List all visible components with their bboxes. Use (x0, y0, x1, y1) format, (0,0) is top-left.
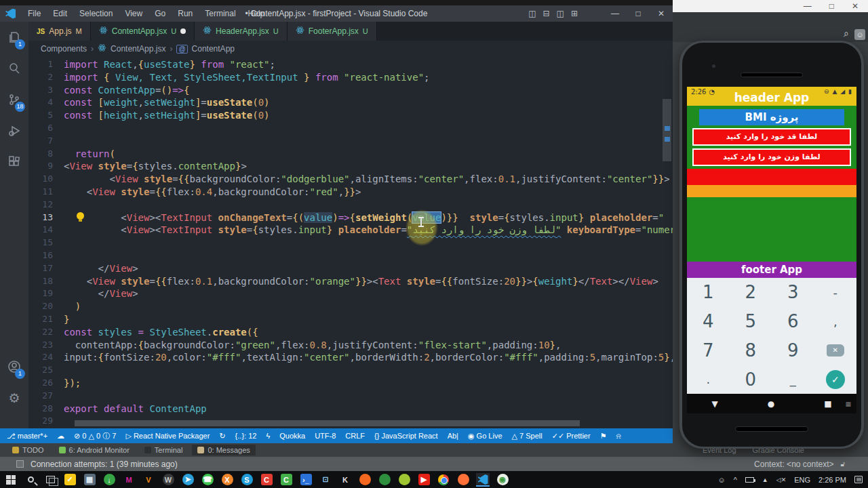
skype-icon[interactable]: S (240, 473, 254, 487)
vd-app-icon[interactable]: V (142, 473, 155, 487)
account-icon[interactable]: 1 (0, 351, 28, 382)
recents-button[interactable]: ■ (824, 399, 831, 409)
weight-input[interactable]: لطفا وزن خود را وارد کنید (692, 148, 851, 166)
key-backspace-icon[interactable]: ✕ (827, 344, 844, 357)
vscode-icon[interactable] (476, 473, 490, 487)
wifi-icon[interactable]: ▲ (762, 476, 768, 483)
chrome-icon[interactable] (437, 473, 450, 487)
statusbar-publish-cloud[interactable]: ☁ (57, 432, 64, 441)
keyboard-switch-icon[interactable]: ▦ (845, 401, 851, 407)
statusbar-git-branch[interactable]: ⎇ master*+ (7, 432, 47, 441)
as-tool-terminal[interactable]: Terminal (139, 445, 189, 455)
lock-icon[interactable]: 🔓︎ (841, 460, 845, 468)
statusbar-eol[interactable]: CRLF (345, 432, 365, 440)
source-control-icon[interactable]: 18 (0, 84, 28, 115)
key-6[interactable]: 6 (787, 311, 799, 331)
statusbar-text-case[interactable]: Ab| (448, 432, 458, 440)
as-tool-todo[interactable]: TODO (7, 445, 50, 455)
extensions-icon[interactable] (0, 146, 28, 178)
my-computer-icon[interactable]: ⊡ (319, 473, 332, 487)
layout-icon-0[interactable]: ◫ (528, 9, 536, 18)
language-indicator[interactable]: ENG (794, 476, 810, 484)
on-screen-keyboard-icon[interactable]: ▦ (83, 473, 96, 487)
powershell-icon[interactable]: ›_ (299, 473, 313, 487)
statusbar-quokka[interactable]: Quokka (279, 432, 305, 440)
xampp-icon[interactable]: X (220, 473, 234, 487)
key-comma[interactable]: , (833, 314, 837, 329)
statusbar-go-live[interactable]: ◉ Go Live (468, 432, 502, 441)
c-green-app-icon[interactable]: C (279, 473, 293, 487)
statusbar-fold-indicator[interactable]: {..}: 12 (235, 432, 257, 440)
m-app-icon[interactable]: M (122, 473, 136, 487)
editor-horizontal-scrollbar[interactable] (75, 420, 580, 426)
statusbar-flag[interactable]: ⚑ (600, 432, 607, 441)
tab-headerapp-jsx[interactable]: HeaderApp.jsxU (195, 22, 288, 41)
opera-icon[interactable] (358, 473, 372, 487)
tray-expand-chevron[interactable]: ^ (734, 476, 737, 484)
statusbar-spell-checker[interactable]: △ 7 Spell (512, 432, 542, 441)
breadcrumb-item-2[interactable]: ContentApp (192, 44, 235, 54)
as-tool-messages[interactable]: 0: Messages (192, 445, 255, 455)
key-minus[interactable]: - (833, 285, 838, 300)
as-tool-android-monitor[interactable]: 6: Android Monitor (54, 445, 135, 455)
android-tool-1-icon[interactable] (378, 473, 391, 487)
key-9[interactable]: 9 (787, 340, 799, 361)
statusbar-problems[interactable]: ⊘ 0 △ 0 ⓘ 7 (74, 431, 116, 441)
idm-icon[interactable]: ↓ (102, 473, 116, 487)
clock[interactable]: 2:26 PM (818, 476, 846, 484)
people-icon[interactable]: ☺ (717, 476, 725, 484)
statusbar-language-mode[interactable]: {} JavaScript React (374, 432, 438, 440)
kmplayer-icon[interactable]: K (338, 473, 352, 487)
sticky-notes-icon[interactable]: ✓ (63, 473, 77, 487)
settings-gear-icon[interactable]: ⚙ (0, 382, 28, 413)
key-space[interactable]: _ (790, 372, 796, 386)
as-minimize-button[interactable]: — (804, 1, 812, 11)
key-8[interactable]: 8 (745, 340, 756, 361)
search-button-icon[interactable] (24, 473, 37, 487)
back-button[interactable]: ▼ (711, 399, 717, 409)
statusbar-bell[interactable]: ⍾ (616, 432, 621, 441)
menu-selection[interactable]: Selection (74, 7, 118, 20)
tab-contentapp-jsx[interactable]: ContentApp.jsxU (91, 22, 195, 41)
key-1[interactable]: 1 (703, 282, 714, 302)
notification-center-icon[interactable] (854, 476, 863, 483)
battery-icon[interactable] (745, 477, 754, 483)
as-maximize-button[interactable]: □ (829, 1, 834, 11)
breadcrumb-item-0[interactable]: Components (41, 44, 87, 54)
key-5[interactable]: 5 (745, 311, 756, 331)
home-button[interactable]: ● (768, 399, 774, 409)
lightbulb-icon[interactable] (76, 212, 85, 222)
maximize-button[interactable]: □ (627, 9, 650, 18)
as-avatar-icon[interactable]: ☺ (854, 29, 865, 40)
key-enter-icon[interactable]: ✓ (826, 370, 845, 389)
statusbar-encoding[interactable]: UTF-8 (315, 432, 336, 440)
menu-file[interactable]: File (22, 7, 46, 20)
w-app-icon[interactable]: W (161, 473, 175, 487)
android-tool-2-icon[interactable] (397, 473, 411, 487)
layout-icon-3[interactable]: ⊞ (571, 9, 578, 18)
layout-icon-1[interactable]: ⊟ (543, 9, 550, 18)
tab-footerapp-jsx[interactable]: FooterApp.jsxU (288, 22, 377, 41)
emulator-app-icon[interactable]: ◉ (496, 473, 509, 487)
key-0[interactable]: 0 (745, 369, 756, 390)
layout-icon-2[interactable]: ◫ (557, 9, 564, 18)
start-button-icon[interactable] (4, 473, 18, 487)
menu-go[interactable]: Go (149, 7, 171, 20)
as-close-button[interactable]: ✕ (852, 1, 859, 11)
task-view-button-icon[interactable] (43, 473, 57, 487)
key-3[interactable]: 3 (787, 282, 799, 302)
breadcrumb-item-1[interactable]: ContentApp.jsx (111, 44, 165, 54)
height-input[interactable]: لطفا قد خود را وارد کنید (692, 128, 851, 146)
key-dot[interactable]: . (706, 372, 710, 386)
menu-run[interactable]: Run (172, 7, 198, 20)
key-2[interactable]: 2 (745, 282, 756, 302)
menu-view[interactable]: View (119, 7, 148, 20)
as-search-icon[interactable]: ⌕ (844, 28, 849, 39)
menu-help[interactable]: Help (243, 7, 271, 20)
tab-app-js[interactable]: JSApp.jsM (28, 22, 91, 41)
statusbar-prettier[interactable]: ✓✓ Prettier (552, 432, 591, 441)
youtube-icon[interactable]: ▶ (417, 473, 431, 487)
statusbar-sync[interactable]: ↻ (219, 432, 225, 441)
telegram-icon[interactable]: ➤ (181, 473, 195, 487)
run-debug-icon[interactable] (0, 115, 28, 146)
